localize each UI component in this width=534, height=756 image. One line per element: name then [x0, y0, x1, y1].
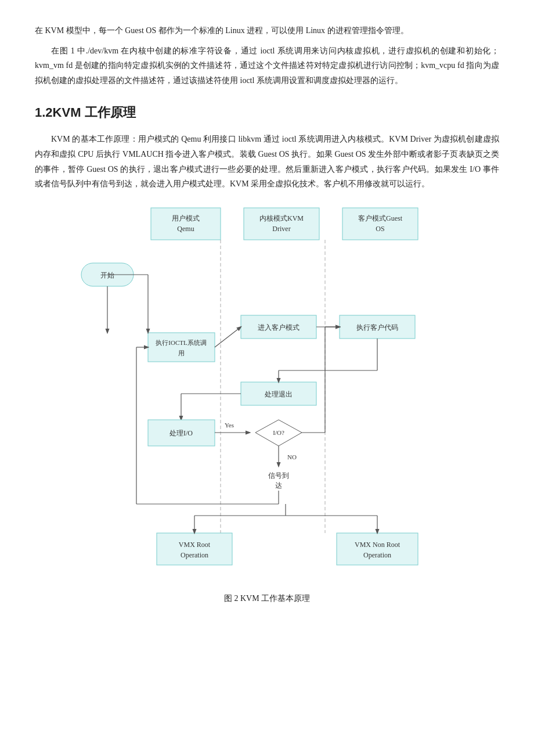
svg-text:处理I/O: 处理I/O: [169, 429, 193, 437]
svg-text:内核模式KVM: 内核模式KVM: [259, 214, 304, 222]
svg-rect-3: [244, 208, 319, 240]
intro-text-2: 在图 1 中./dev/kvm 在内核中创建的标准字符设备，通过 ioctl 系…: [35, 46, 499, 84]
svg-rect-50: [157, 533, 232, 565]
body-paragraph: KVM 的基本工作原理：用户模式的 Qemu 利用接口 libkvm 通过 io…: [35, 132, 499, 192]
svg-text:信号到: 信号到: [268, 471, 289, 480]
svg-text:Yes: Yes: [225, 422, 234, 429]
diagram-container: 用户模式 Qemu 内核模式KVM Driver 客户模式Guest OS 开始…: [35, 202, 499, 604]
svg-text:进入客户模式: 进入客户模式: [258, 323, 300, 332]
svg-rect-14: [148, 333, 215, 362]
svg-text:用户模式: 用户模式: [172, 214, 200, 222]
svg-text:处理退出: 处理退出: [265, 390, 293, 398]
body-text: KVM 的基本工作原理：用户模式的 Qemu 利用接口 libkvm 通过 io…: [35, 135, 499, 189]
svg-rect-53: [337, 533, 418, 565]
svg-text:I/O?: I/O?: [273, 429, 284, 436]
svg-text:Qemu: Qemu: [177, 225, 194, 233]
svg-rect-6: [342, 208, 418, 240]
section-title: 1.2KVM 工作原理: [35, 104, 499, 121]
diagram-caption: 图 2 KVM 工作基本原理: [224, 593, 310, 604]
svg-text:VMX Root: VMX Root: [179, 541, 211, 549]
svg-text:VMX Non Root: VMX Non Root: [355, 541, 400, 549]
svg-text:Operation: Operation: [363, 551, 391, 559]
svg-text:达: 达: [275, 481, 282, 489]
svg-text:Operation: Operation: [181, 551, 208, 559]
intro-paragraph-1: 在 KVM 模型中，每一个 Guest OS 都作为一个标准的 Linux 进程…: [35, 23, 499, 38]
svg-text:OS: OS: [376, 225, 384, 233]
svg-text:开始: 开始: [100, 271, 114, 279]
svg-text:执行IOCTL系统调: 执行IOCTL系统调: [156, 339, 206, 346]
intro-paragraph-2: 在图 1 中./dev/kvm 在内核中创建的标准字符设备，通过 ioctl 系…: [35, 44, 499, 88]
kvm-diagram: 用户模式 Qemu 内核模式KVM Driver 客户模式Guest OS 开始…: [46, 202, 488, 585]
svg-line-23: [215, 327, 241, 347]
svg-text:Driver: Driver: [272, 225, 290, 233]
svg-text:客户模式Guest: 客户模式Guest: [358, 214, 403, 222]
svg-rect-0: [151, 208, 221, 240]
svg-text:用: 用: [178, 350, 185, 357]
intro-text-1: 在 KVM 模型中，每一个 Guest OS 都作为一个标准的 Linux 进程…: [35, 26, 409, 35]
svg-text:执行客户代码: 执行客户代码: [356, 323, 398, 332]
svg-text:NO: NO: [287, 453, 297, 460]
